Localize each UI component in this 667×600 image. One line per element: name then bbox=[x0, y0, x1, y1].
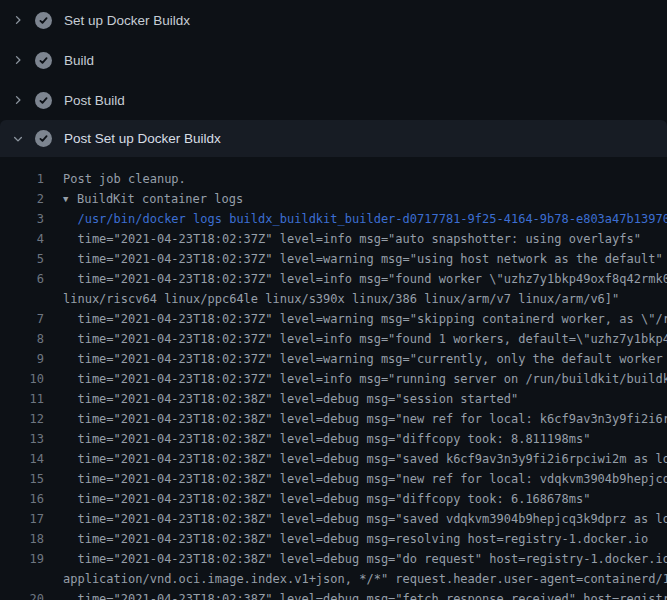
step-label: Post Build bbox=[64, 93, 125, 108]
log-line-text: time="2021-04-23T18:02:38Z" level=debug … bbox=[63, 529, 648, 549]
log-line-number[interactable]: 4 bbox=[0, 229, 44, 249]
log-line-text: time="2021-04-23T18:02:38Z" level=debug … bbox=[63, 409, 667, 429]
chevron-right-icon bbox=[12, 94, 24, 106]
log-line-text: time="2021-04-23T18:02:38Z" level=debug … bbox=[63, 429, 590, 449]
log-line-text: time="2021-04-23T18:02:38Z" level=debug … bbox=[63, 449, 667, 469]
log-line-number[interactable]: 16 bbox=[0, 489, 44, 509]
log-line: 1 Post job cleanup. bbox=[0, 169, 667, 189]
log-line-text: time="2021-04-23T18:02:37Z" level=warnin… bbox=[63, 349, 667, 369]
log-line-text: Post job cleanup. bbox=[63, 169, 186, 189]
log-line-number[interactable]: 7 bbox=[0, 309, 44, 329]
log-line-number[interactable]: 8 bbox=[0, 329, 44, 349]
log-line: 11 time="2021-04-23T18:02:38Z" level=deb… bbox=[0, 389, 667, 409]
log-command-line: 3 /usr/bin/docker logs buildx_buildkit_b… bbox=[0, 209, 667, 229]
log-line-text: application/vnd.oci.image.index.v1+json,… bbox=[63, 569, 667, 589]
log-line: 8 time="2021-04-23T18:02:37Z" level=info… bbox=[0, 329, 667, 349]
job-steps-list: Set up Docker Buildx Build Post Build Po… bbox=[0, 0, 667, 157]
log-line-text: time="2021-04-23T18:02:38Z" level=debug … bbox=[63, 509, 667, 529]
step-label: Build bbox=[64, 53, 94, 68]
log-line-text: time="2021-04-23T18:02:38Z" level=debug … bbox=[63, 389, 518, 409]
log-line: 14 time="2021-04-23T18:02:38Z" level=deb… bbox=[0, 449, 667, 469]
log-line-text: /usr/bin/docker logs buildx_buildkit_bui… bbox=[63, 209, 667, 229]
log-line: 12 time="2021-04-23T18:02:38Z" level=deb… bbox=[0, 409, 667, 429]
log-line: 18 time="2021-04-23T18:02:38Z" level=deb… bbox=[0, 529, 667, 549]
chevron-right-icon bbox=[12, 54, 24, 66]
log-line: 13 time="2021-04-23T18:02:38Z" level=deb… bbox=[0, 429, 667, 449]
log-line-text: time="2021-04-23T18:02:37Z" level=info m… bbox=[63, 329, 667, 349]
log-line: linux/riscv64 linux/ppc64le linux/s390x … bbox=[0, 289, 667, 309]
step-row-set-up-docker-buildx[interactable]: Set up Docker Buildx bbox=[0, 0, 667, 40]
log-line-number[interactable]: 2 bbox=[0, 189, 44, 209]
success-check-icon bbox=[35, 130, 52, 147]
log-line: 15 time="2021-04-23T18:02:38Z" level=deb… bbox=[0, 469, 667, 489]
log-line-number[interactable]: 12 bbox=[0, 409, 44, 429]
chevron-right-icon bbox=[12, 14, 24, 26]
step-row-post-set-up-docker-buildx[interactable]: Post Set up Docker Buildx bbox=[0, 120, 667, 157]
log-line: 16 time="2021-04-23T18:02:38Z" level=deb… bbox=[0, 489, 667, 509]
log-line: 4 time="2021-04-23T18:02:37Z" level=info… bbox=[0, 229, 667, 249]
log-line-text: time="2021-04-23T18:02:38Z" level=debug … bbox=[63, 589, 667, 600]
step-label: Set up Docker Buildx bbox=[64, 13, 190, 28]
log-line: 6 time="2021-04-23T18:02:37Z" level=info… bbox=[0, 269, 667, 289]
log-line-number[interactable]: 3 bbox=[0, 209, 44, 229]
log-line: 17 time="2021-04-23T18:02:38Z" level=deb… bbox=[0, 509, 667, 529]
log-line-number[interactable]: 19 bbox=[0, 549, 44, 569]
log-line-number[interactable]: 1 bbox=[0, 169, 44, 189]
log-line-number[interactable]: 5 bbox=[0, 249, 44, 269]
log-line-text: time="2021-04-23T18:02:37Z" level=warnin… bbox=[63, 249, 663, 269]
log-line-number[interactable]: 13 bbox=[0, 429, 44, 449]
log-line-number[interactable]: 20 bbox=[0, 589, 44, 600]
log-line-number[interactable] bbox=[0, 569, 44, 589]
chevron-down-icon bbox=[12, 133, 24, 145]
log-line-number[interactable]: 14 bbox=[0, 449, 44, 469]
log-line: 5 time="2021-04-23T18:02:37Z" level=warn… bbox=[0, 249, 667, 269]
log-viewer: 1 Post job cleanup. 2 ▼BuildKit containe… bbox=[0, 157, 667, 600]
log-line-number[interactable]: 17 bbox=[0, 509, 44, 529]
log-line-number[interactable]: 18 bbox=[0, 529, 44, 549]
collapse-triangle-icon: ▼ bbox=[63, 189, 77, 209]
log-line: application/vnd.oci.image.index.v1+json,… bbox=[0, 569, 667, 589]
log-line-text: ▼BuildKit container logs bbox=[63, 189, 243, 209]
log-line-text: time="2021-04-23T18:02:37Z" level=info m… bbox=[63, 229, 641, 249]
log-line: 20 time="2021-04-23T18:02:38Z" level=deb… bbox=[0, 589, 667, 600]
log-line-text: time="2021-04-23T18:02:37Z" level=info m… bbox=[63, 369, 667, 389]
log-line-text: time="2021-04-23T18:02:37Z" level=warnin… bbox=[63, 309, 667, 329]
log-group-line[interactable]: 2 ▼BuildKit container logs bbox=[0, 189, 667, 209]
log-group-label: BuildKit container logs bbox=[77, 192, 243, 206]
log-line-text: time="2021-04-23T18:02:37Z" level=info m… bbox=[63, 269, 667, 289]
log-line-text: time="2021-04-23T18:02:38Z" level=debug … bbox=[63, 469, 667, 489]
log-line-number[interactable]: 15 bbox=[0, 469, 44, 489]
log-line-number[interactable]: 11 bbox=[0, 389, 44, 409]
step-row-build[interactable]: Build bbox=[0, 40, 667, 80]
log-line-text: time="2021-04-23T18:02:38Z" level=debug … bbox=[63, 489, 590, 509]
log-line: 9 time="2021-04-23T18:02:37Z" level=warn… bbox=[0, 349, 667, 369]
log-line-text: time="2021-04-23T18:02:38Z" level=debug … bbox=[63, 549, 667, 569]
log-line-number[interactable]: 9 bbox=[0, 349, 44, 369]
step-label: Post Set up Docker Buildx bbox=[64, 131, 221, 146]
success-check-icon bbox=[35, 12, 52, 29]
step-row-post-build[interactable]: Post Build bbox=[0, 80, 667, 120]
log-line: 7 time="2021-04-23T18:02:37Z" level=warn… bbox=[0, 309, 667, 329]
log-line-text: linux/riscv64 linux/ppc64le linux/s390x … bbox=[63, 289, 619, 309]
success-check-icon bbox=[35, 92, 52, 109]
log-line-number[interactable]: 10 bbox=[0, 369, 44, 389]
log-line-number[interactable]: 6 bbox=[0, 269, 44, 289]
log-line-number[interactable] bbox=[0, 289, 44, 309]
log-line: 19 time="2021-04-23T18:02:38Z" level=deb… bbox=[0, 549, 667, 569]
log-line: 10 time="2021-04-23T18:02:37Z" level=inf… bbox=[0, 369, 667, 389]
success-check-icon bbox=[35, 52, 52, 69]
